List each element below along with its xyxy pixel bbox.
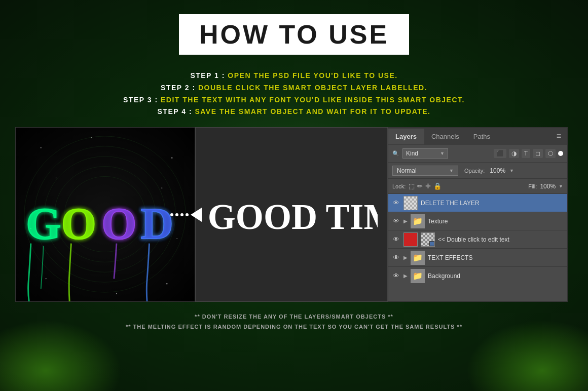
lock-row: Lock: ⬚ ✏ ✛ 🔒 Fill: 100% ▼ — [388, 178, 567, 193]
step-2-desc: DOUBLE CLICK THE SMART OBJECT LAYER LABE… — [198, 84, 427, 92]
layer-thumb-folder-5: 📁 — [411, 269, 425, 283]
tab-paths[interactable]: Paths — [466, 129, 497, 144]
svg-point-12 — [166, 283, 167, 284]
fill-value: 100% — [540, 183, 556, 190]
kind-row: 🔍 Kind ▼ ⬛ ◑ T ◻ ⬡ — [388, 145, 567, 162]
svg-point-5 — [41, 147, 42, 148]
layers-panel-header: Layers Channels Paths ≡ — [388, 128, 567, 145]
eye-icon-4[interactable]: 👁 — [391, 254, 400, 261]
page-title: HOW TO USE — [199, 19, 389, 50]
step-3-desc: EDIT THE TEXT WITH ANY FONT YOU'D LIKE I… — [161, 96, 465, 104]
tab-layers[interactable]: Layers — [388, 129, 424, 144]
svg-point-8 — [161, 187, 162, 188]
opacity-value: 100% — [490, 167, 505, 174]
arrow-container — [170, 208, 202, 222]
svg-point-13 — [91, 137, 92, 138]
blend-mode-row: Normal ▼ Opacity: 100% ▼ — [388, 162, 567, 178]
svg-point-11 — [46, 278, 47, 279]
lock-move-icon[interactable]: ✛ — [425, 182, 431, 190]
arrow-dot-1 — [170, 213, 173, 216]
layer-row-delete[interactable]: 👁 DELETE THE LAYER — [388, 193, 567, 212]
layer-row-text-effects[interactable]: 👁 ▶ 📁 TEXT EFFECTS — [388, 248, 567, 266]
kind-dropdown-arrow: ▼ — [440, 151, 445, 156]
layer-thumb-folder-2: 📁 — [411, 214, 425, 228]
blend-mode-dropdown[interactable]: Normal ▼ — [392, 166, 458, 176]
fill-label: Fill: — [528, 183, 537, 189]
step-3: STEP 3 : EDIT THE TEXT WITH ANY FONT YOU… — [123, 94, 465, 106]
layer-thumb-folder-4: 📁 — [411, 251, 425, 265]
step-1-label: STEP 1 : — [190, 71, 225, 80]
lock-artboard-icon[interactable]: 🔒 — [433, 182, 442, 190]
pixel-icon: ⬛ — [494, 149, 506, 158]
step-2: STEP 2 : DOUBLE CLICK THE SMART OBJECT L… — [123, 82, 465, 94]
step-1-desc: OPEN THE PSD FILE YOU'D LIKE TO USE. — [228, 71, 397, 80]
footer-notes: ** DON'T RESIZE THE ANY OF THE LAYERS/SM… — [126, 312, 462, 332]
opacity-dropdown-arrow[interactable]: ▼ — [509, 168, 514, 173]
lock-label: Lock: — [392, 183, 406, 189]
arrow-dot-4 — [186, 213, 189, 216]
step-4: STEP 4 : SAVE THE SMART OBJECT AND WAIT … — [123, 106, 465, 118]
arrow-head — [191, 208, 202, 222]
eye-icon-2[interactable]: 👁 — [391, 218, 400, 225]
kind-label: Kind — [406, 150, 418, 157]
good-time-svg: GOOD TIME — [205, 184, 378, 245]
lock-icons: ⬚ ✏ ✛ 🔒 — [409, 182, 442, 190]
layer-name-1: DELETE THE LAYER — [421, 200, 480, 207]
arrow-dot-3 — [180, 213, 183, 216]
svg-point-10 — [176, 238, 177, 239]
lock-transparent-icon[interactable]: ⬚ — [409, 182, 415, 190]
smart-object-icon: ⬡ — [545, 149, 556, 158]
page-container: HOW TO USE STEP 1 : OPEN THE PSD FILE YO… — [0, 0, 588, 391]
text-display-area: GOOD TIME — [196, 128, 387, 301]
layer-row-background[interactable]: 👁 ▶ 📁 Background — [388, 266, 567, 285]
step-3-label: STEP 3 : — [123, 96, 158, 104]
eye-icon-3[interactable]: 👁 — [391, 236, 400, 243]
middle-panel: GOOD TIME — [195, 127, 388, 302]
step-4-desc: SAVE THE SMART OBJECT AND WAIT FOR IT TO… — [195, 107, 430, 115]
search-icon: 🔍 — [392, 150, 399, 157]
title-banner: HOW TO USE — [179, 14, 409, 55]
smart-object-badge — [429, 241, 434, 246]
type-icon: T — [522, 149, 530, 158]
layer-name-3: << Double click to edit text — [438, 236, 509, 243]
footer-line-2: ** THE MELTING EFFECT IS RANDOM DEPENDIN… — [126, 322, 462, 332]
tab-channels[interactable]: Channels — [424, 129, 466, 144]
layer-row-smart[interactable]: 👁 << Double click to edit text — [388, 230, 567, 248]
expand-icon-5[interactable]: ▶ — [403, 273, 408, 279]
arrow-dot-2 — [175, 213, 178, 216]
blend-dropdown-arrow: ▼ — [449, 168, 454, 173]
svg-point-7 — [56, 178, 57, 179]
svg-text:D: D — [141, 198, 174, 248]
blend-mode-value: Normal — [397, 167, 417, 174]
layer-row-texture[interactable]: 👁 ▶ 📁 Texture — [388, 212, 567, 230]
kind-dropdown[interactable]: Kind ▼ — [402, 148, 448, 159]
layer-thumb-1 — [403, 196, 418, 210]
svg-point-14 — [116, 293, 117, 294]
svg-text:G: G — [26, 198, 61, 248]
layer-red-bg — [403, 232, 418, 247]
footer-line-1: ** DON'T RESIZE THE ANY OF THE LAYERS/SM… — [126, 312, 462, 322]
opacity-label: Opacity: — [464, 168, 485, 174]
kind-icons: ⬛ ◑ T ◻ ⬡ — [494, 149, 563, 158]
eye-icon-1[interactable]: 👁 — [391, 200, 400, 207]
left-panel: G O O D — [15, 127, 195, 302]
step-4-label: STEP 4 : — [158, 107, 193, 115]
step-2-label: STEP 2 : — [161, 84, 196, 92]
eye-icon-5[interactable]: 👁 — [391, 272, 400, 280]
white-dot — [558, 151, 563, 156]
adjustment-icon: ◑ — [509, 149, 519, 158]
svg-text:GOOD TIME: GOOD TIME — [208, 197, 378, 237]
fill-dropdown-arrow[interactable]: ▼ — [559, 184, 563, 189]
layer-smart-thumb — [421, 232, 435, 247]
layer-name-5: Background — [428, 272, 460, 280]
swirl-background: G O O D — [16, 128, 195, 301]
steps-container: STEP 1 : OPEN THE PSD FILE YOU'D LIKE TO… — [123, 70, 465, 118]
arrow-dots — [170, 213, 189, 216]
shape-icon: ◻ — [533, 149, 543, 158]
expand-icon-4[interactable]: ▶ — [403, 255, 408, 260]
lock-paint-icon[interactable]: ✏ — [417, 182, 423, 190]
panel-menu-icon[interactable]: ≡ — [550, 128, 567, 145]
layer-name-2: Texture — [428, 218, 448, 225]
step-1: STEP 1 : OPEN THE PSD FILE YOU'D LIKE TO… — [123, 70, 465, 82]
expand-icon-2[interactable]: ▶ — [403, 218, 408, 224]
